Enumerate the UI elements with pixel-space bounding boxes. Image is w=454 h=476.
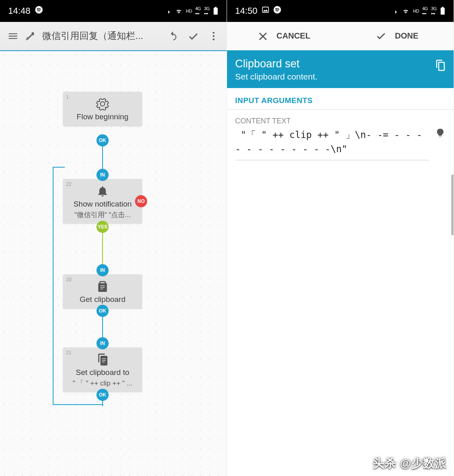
done-button[interactable]: DONE	[340, 30, 454, 42]
pin-in[interactable]: IN	[96, 337, 109, 349]
block-get-clipboard[interactable]: 20 Get clipboard	[63, 274, 142, 309]
overflow-menu-icon[interactable]	[206, 28, 222, 44]
block-title: Set clipboard to	[65, 368, 140, 378]
block-header: Clipboard set Set clipboard content.	[227, 50, 454, 88]
sig-3g-icon: 3G▪▪▪	[204, 6, 210, 16]
phone-right: 14:50 HD 4G▪▪▪ 3G▪▪▪ CANCEL DONE Clipboa…	[227, 0, 454, 476]
phone-left: 14:48 HD 4G▪▪▪ 3G▪▪▪ 微信引用回复（通知栏...	[0, 0, 227, 476]
content-text-input[interactable]: "「 " ++ clip ++ " 」\n- -= - - - - - - - …	[235, 128, 429, 160]
wifi-icon	[175, 7, 183, 15]
svg-rect-2	[215, 7, 216, 8]
appbar: CANCEL DONE	[227, 22, 454, 50]
function-icon[interactable]	[435, 128, 445, 140]
status-bar: 14:50 HD 4G▪▪▪ 3G▪▪▪	[227, 0, 454, 22]
status-icons: HD 4G▪▪▪ 3G▪▪▪	[392, 6, 445, 16]
undo-button[interactable]	[165, 28, 181, 44]
svg-rect-9	[442, 7, 443, 8]
cancel-button[interactable]: CANCEL	[227, 30, 340, 42]
battery-icon	[213, 7, 218, 15]
clock: 14:48	[8, 6, 30, 16]
bluetooth-icon	[165, 8, 171, 14]
input-arguments-section: INPUT ARGUMENTS	[227, 88, 454, 105]
bell-icon	[65, 185, 140, 198]
appbar-title: 微信引用回复（通知栏...	[42, 30, 161, 42]
svg-rect-6	[263, 7, 269, 12]
hd-icon: HD	[413, 9, 419, 13]
svg-rect-8	[441, 8, 445, 15]
battery-icon	[440, 7, 445, 15]
wifi-icon	[402, 7, 410, 15]
copy-icon	[65, 353, 140, 366]
block-number: 20	[66, 277, 71, 282]
sig-4g-icon: 4G▪▪▪	[195, 6, 201, 16]
pin-in[interactable]: IN	[96, 264, 109, 276]
spotify-icon	[273, 5, 282, 17]
menu-icon[interactable]	[5, 28, 21, 44]
block-show-notification[interactable]: 22 Show notification "微信引用" "点击...	[63, 179, 142, 224]
status-icons: HD 4G▪▪▪ 3G▪▪▪	[165, 6, 218, 16]
clock: 14:50	[235, 6, 257, 16]
header-title: Clipboard set	[235, 58, 445, 70]
svg-point-5	[213, 38, 215, 40]
copy-icon[interactable]	[434, 59, 446, 73]
svg-rect-1	[214, 8, 218, 15]
block-number: 21	[66, 350, 71, 355]
svg-point-3	[213, 32, 215, 34]
field-label: CONTENT TEXT	[235, 117, 445, 125]
section-heading: INPUT ARGUMENTS	[235, 96, 445, 105]
pin-ok[interactable]: OK	[96, 389, 109, 401]
clipboard-icon	[65, 280, 140, 293]
svg-point-4	[213, 35, 215, 37]
confirm-button[interactable]	[185, 28, 201, 44]
pin-in[interactable]: IN	[96, 169, 109, 181]
divider	[227, 109, 454, 110]
pin-ok[interactable]: OK	[96, 305, 109, 317]
pin-no[interactable]: NO	[135, 195, 147, 207]
block-flow-beginning[interactable]: 1 Flow beginning	[63, 92, 142, 126]
block-title: Show notification	[65, 199, 140, 209]
status-bar: 14:48 HD 4G▪▪▪ 3G▪▪▪	[0, 0, 227, 22]
block-number: 1	[66, 94, 69, 100]
pin-ok[interactable]: OK	[96, 134, 109, 146]
appbar: 微信引用回复（通知栏...	[0, 22, 227, 50]
block-title: Flow beginning	[65, 112, 140, 122]
block-title: Get clipboard	[65, 295, 140, 305]
cancel-label: CANCEL	[276, 31, 310, 41]
tools-icon[interactable]	[22, 28, 38, 44]
gear-icon	[65, 97, 140, 110]
sig-4g-icon: 4G▪▪▪	[422, 6, 428, 16]
spotify-icon	[34, 5, 43, 17]
header-subtitle: Set clipboard content.	[235, 72, 445, 82]
bluetooth-icon	[392, 8, 398, 14]
block-number: 22	[66, 181, 71, 187]
block-subtitle: " 「 " ++ clip ++ " ...	[65, 379, 140, 388]
done-label: DONE	[395, 31, 418, 41]
sig-3g-icon: 3G▪▪▪	[431, 6, 437, 16]
block-subtitle: "微信引用" "点击...	[65, 210, 140, 220]
flow-canvas[interactable]: 1 Flow beginning OK IN 22 Show notificat…	[0, 50, 227, 476]
image-icon	[261, 6, 270, 16]
hd-icon: HD	[186, 9, 192, 13]
pin-yes[interactable]: YES	[96, 221, 109, 233]
watermark: 头杀 @少数派	[373, 456, 447, 471]
block-set-clipboard[interactable]: 21 Set clipboard to " 「 " ++ clip ++ " .…	[63, 347, 142, 392]
scroll-indicator	[451, 174, 454, 235]
